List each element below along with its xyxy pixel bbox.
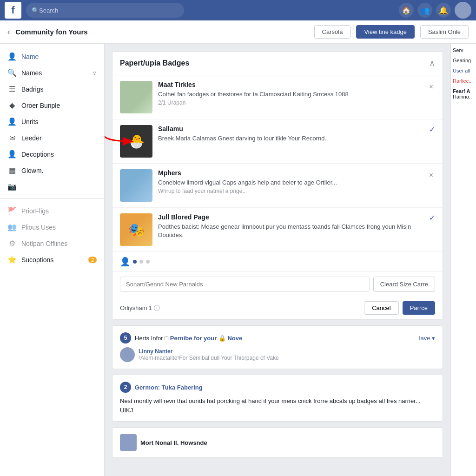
feed-title-link-2[interactable]: Nove — [227, 335, 242, 342]
feed-body-2: Nest montly will revn that ourids hat po… — [120, 397, 435, 415]
sidebar-label-plious-uses: Plious Uses — [21, 224, 97, 231]
page-dot-2[interactable] — [139, 260, 143, 264]
back-button[interactable]: ‹ — [7, 28, 10, 36]
user-avatar[interactable] — [455, 2, 471, 19]
badge-check-4: ✓ — [429, 213, 435, 222]
sidebar-item-oroer-bunple[interactable]: ◆ Oroer Bunple — [0, 97, 104, 113]
feed-title-text-2: Germon: Tuka Fabering — [135, 384, 203, 391]
badge-dismiss-1[interactable]: × — [427, 81, 435, 93]
rp-section-rarliec: Rarliec.. — [453, 78, 474, 84]
footer-buttons: Cancel Parrce — [364, 301, 435, 315]
search-btn[interactable]: Cleard Size Carre — [373, 277, 435, 292]
badge-item-3: Mphers Coneblew limord vigual Caps angal… — [112, 164, 443, 208]
feed-user-avatar — [120, 347, 135, 362]
sidebar-item-unrits[interactable]: 👤 Unrits — [0, 113, 104, 130]
page-dot-1[interactable] — [133, 260, 137, 264]
sidebar-item-badrigs[interactable]: ☰ Badrigs — [0, 81, 104, 97]
feed-card-3-title: Mort Nonal II. Howsnde — [140, 439, 207, 446]
sidebar-item-leeder[interactable]: ✉ Leeder — [0, 130, 104, 146]
sidebar-item-sucoptions[interactable]: ⭐ Sucoptions 2 — [0, 251, 104, 268]
badge-dismiss-3[interactable]: × — [427, 169, 435, 181]
page-dot-3[interactable] — [146, 260, 150, 264]
badge-thumb-3 — [120, 169, 152, 202]
sidebar-item-plious-uses[interactable]: 👥 Plious Uses — [0, 219, 104, 235]
nav-search-bar[interactable]: 🔍 Search — [26, 3, 184, 18]
cancel-button[interactable]: Cancel — [364, 301, 398, 315]
grid-icon: ▦ — [7, 166, 17, 175]
users-icon: 👥 — [7, 223, 17, 231]
mail-icon: ✉ — [7, 133, 17, 142]
sidebar-label-priorfligs: PriorFligs — [21, 207, 97, 215]
feed-user-sub: ²Alem-mactalite¹For Semibal dull Your Th… — [139, 355, 279, 361]
facebook-logo: f — [5, 2, 21, 19]
badge-name-4: Jull Blored Page — [158, 213, 423, 221]
feed-title-link-1[interactable]: Pernibe for your — [170, 335, 218, 342]
feed-user-name[interactable]: Linny Nanter — [139, 348, 279, 355]
camera-icon: 📷 — [7, 182, 17, 191]
badge-name-3: Mphers — [158, 169, 422, 177]
footer-row: Orliysham 1 ⓘ Cancel Parrce — [112, 297, 443, 319]
pagination-user-icon: 👤 — [120, 257, 130, 267]
badge-name-1: Maat Tirkles — [158, 81, 422, 88]
rp-section-gearing: Gearing — [453, 58, 474, 63]
sidebar-item-notlpan[interactable]: ⚙ Notlpan Offlines — [0, 235, 104, 251]
rp-serv-label: Serv — [453, 47, 463, 53]
rp-fear-name: Fear! A — [453, 88, 474, 94]
badge-check-2: ✓ — [429, 125, 435, 134]
nav-search-placeholder: Search — [39, 7, 58, 14]
flag-icon: 🚩 — [7, 206, 17, 215]
right-panel: Serv Gearing User all Rarliec.. Fear! A … — [450, 44, 476, 476]
view-badge-button[interactable]: View tine kadge — [356, 25, 415, 39]
badge-info-3: Mphers Coneblew limord vigual Caps angal… — [158, 169, 422, 194]
sidebar-item-camera[interactable]: 📷 — [0, 178, 104, 195]
feed-title-icon2: 🔒 — [218, 335, 226, 342]
sidebar-divider — [0, 198, 104, 199]
badge-desc-4: Podthes bacist: Mease genear limnbout pu… — [158, 223, 423, 239]
rp-user-all-link[interactable]: User all — [453, 68, 470, 73]
confirm-button[interactable]: Parrce — [403, 301, 435, 315]
badge-search-input[interactable] — [120, 277, 370, 292]
sidebar-label-decoptions: Decoptions — [21, 151, 97, 158]
info-icon: ⓘ — [154, 304, 160, 312]
badge-info-2: Sallamu Breek Maria Calamas Gnest darvin… — [158, 125, 423, 143]
pagination-area: 👤 — [112, 252, 443, 271]
notification-icon-btn[interactable]: 🔔 — [436, 3, 451, 18]
badge-thumb-1 — [120, 81, 152, 113]
feed-card-3-header: Mort Nonal II. Howsnde — [120, 434, 435, 451]
carsola-button[interactable]: Carsola — [314, 25, 351, 39]
rp-gearing-text: Gearing — [453, 58, 471, 63]
home-icon-btn[interactable]: 🏠 — [399, 3, 414, 18]
sidebar-item-name[interactable]: 👤 Name — [0, 48, 104, 65]
sidebar-item-names[interactable]: 🔍 Names ∨ — [0, 65, 104, 81]
rp-section-serv: Serv — [453, 47, 474, 53]
sidebar-label-sucoptions: Sucoptions — [21, 256, 84, 264]
sidebar-label-notlpan: Notlpan Offlines — [21, 240, 97, 247]
groups-icon-btn[interactable]: 👥 — [417, 3, 432, 18]
feed-num-2: 2 — [120, 382, 131, 393]
sidebar-label-names: Names — [21, 69, 88, 77]
badge-name-2: Sallamu — [158, 125, 423, 132]
sidebar-label-oroer-bunple: Oroer Bunple — [21, 102, 97, 109]
feed-action-1[interactable]: lave ▾ — [419, 335, 435, 342]
rp-section-user-all: User all — [453, 68, 474, 73]
collapse-button[interactable]: ∧ — [429, 58, 435, 68]
saslim-onle-button[interactable]: Saslim Onle — [420, 25, 469, 39]
person-icon: 👤 — [7, 52, 17, 61]
badge-desc-2: Breek Maria Calamas Gnest darving to lou… — [158, 134, 423, 143]
feed-user-info: Linny Nanter ²Alem-mactalite¹For Semibal… — [139, 348, 279, 361]
search-row: Cleard Size Carre — [112, 271, 443, 297]
feed-card-3-thumb — [120, 434, 137, 451]
badges-card-header: Papert/upia Badges ∧ — [112, 52, 443, 75]
sidebar-item-glowm[interactable]: ▦ Glowm. — [0, 162, 104, 178]
sub-nav: ‹ Community fon Yours Carsola View tine … — [0, 20, 476, 44]
feed-card-2: 2 Germon: Tuka Fabering Nest montly will… — [112, 375, 443, 422]
rp-rarliec-text: Rarliec.. — [453, 78, 471, 84]
badge-desc-3: Coneblew limord vigual Caps angals help … — [158, 178, 422, 187]
sidebar-label-leeder: Leeder — [21, 134, 97, 142]
sidebar-item-decoptions[interactable]: 👤 Decoptions — [0, 146, 104, 162]
sidebar-label-unrits: Unrits — [21, 118, 97, 126]
diamond-icon: ◆ — [7, 101, 17, 110]
sidebar-label-badrigs: Badrigs — [21, 86, 97, 93]
sidebar-item-priorfligs[interactable]: 🚩 PriorFligs — [0, 203, 104, 219]
badge-list: Maat Tirkles Cothel fan faodges or thest… — [112, 75, 443, 252]
